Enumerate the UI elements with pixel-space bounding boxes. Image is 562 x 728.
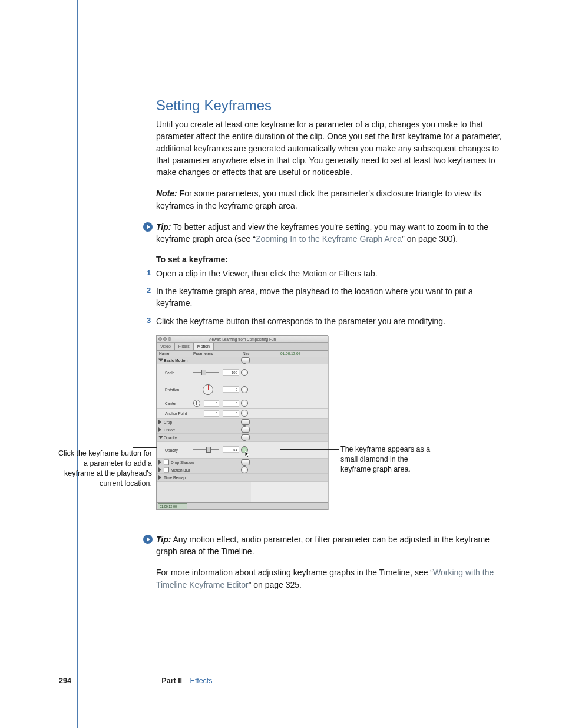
disclosure-triangle-icon[interactable] <box>158 427 161 432</box>
row-distort[interactable]: Distort <box>157 426 328 434</box>
lead-line <box>133 447 157 448</box>
tip-icon <box>143 222 153 232</box>
cursor-arrow-icon <box>245 451 250 458</box>
section-label: Effects <box>190 677 213 685</box>
drop-shadow-checkbox[interactable] <box>164 459 169 465</box>
keyframe-button[interactable] <box>241 400 248 407</box>
part-label: Part II <box>161 677 182 685</box>
row-drop-shadow[interactable]: Drop Shadow <box>157 459 328 466</box>
scale-value[interactable]: 100 <box>223 369 239 375</box>
nav-buttons[interactable] <box>242 427 250 433</box>
keyframe-button[interactable] <box>241 386 248 393</box>
tip-icon <box>143 535 153 544</box>
page: Setting Keyframes Until you create at le… <box>0 0 562 728</box>
tip-label: Tip: <box>156 222 171 232</box>
figure: Viewer: Learning from Compositing Fun Vi… <box>156 335 504 524</box>
keyframe-button[interactable] <box>241 466 248 473</box>
center-y[interactable]: 0 <box>223 400 239 406</box>
procedure-heading: To set a keyframe: <box>156 255 504 264</box>
opacity-value[interactable]: 51 <box>223 446 239 453</box>
viewer-footer: 01:00:12:00 <box>157 502 328 509</box>
row-rotation: Rotation 0 <box>157 381 328 398</box>
page-footer: 294 Part II Effects <box>59 677 213 685</box>
heading: Setting Keyframes <box>156 97 504 114</box>
tip-body-b: ” on page 300). <box>402 234 458 243</box>
rotation-dial[interactable] <box>203 384 213 395</box>
tip-2: Tip: Any motion effect, audio parameter,… <box>156 533 504 558</box>
disclosure-triangle-icon[interactable] <box>158 460 161 465</box>
keyframe-button[interactable] <box>241 369 248 376</box>
tab-filters[interactable]: Filters <box>175 343 194 350</box>
row-crop[interactable]: Crop <box>157 419 328 426</box>
window-title: Viewer: Learning from Compositing Fun <box>209 337 276 341</box>
titlebar[interactable]: Viewer: Learning from Compositing Fun <box>157 336 328 343</box>
disclosure-triangle-icon[interactable] <box>158 420 161 424</box>
col-params: Parameters <box>193 351 213 355</box>
row-basic-motion[interactable]: Basic Motion <box>157 357 328 364</box>
row-opacity: Opacity 51 <box>157 442 328 459</box>
note-paragraph: Note: For some parameters, you must clic… <box>156 187 504 212</box>
content-column: Setting Keyframes Until you create at le… <box>156 97 504 600</box>
anchor-x[interactable]: 0 <box>204 410 219 416</box>
row-time-remap[interactable]: Time Remap <box>157 474 328 482</box>
center-x[interactable]: 0 <box>204 400 219 406</box>
keyframe-button[interactable] <box>241 410 248 417</box>
tip-xref[interactable]: Zooming In to the Keyframe Graph Area <box>256 234 402 243</box>
nav-buttons[interactable] <box>242 459 250 465</box>
window-controls[interactable] <box>158 337 171 341</box>
header-timecode: 01:00:13:08 <box>280 351 300 355</box>
disclosure-triangle-icon[interactable] <box>158 475 161 480</box>
nav-buttons[interactable] <box>242 419 250 425</box>
viewer-body: 1000 432 -432 100 0 <box>157 357 328 503</box>
callout-right: The keyframe appears as a small diamond … <box>340 444 435 475</box>
tip-body: Any motion effect, audio parameter, or f… <box>156 535 490 556</box>
disclosure-triangle-icon[interactable] <box>158 467 161 472</box>
margin-rule <box>77 0 78 728</box>
outro-paragraph: For more information about adjusting key… <box>156 566 504 591</box>
footer-timecode[interactable]: 01:00:12:00 <box>158 503 187 509</box>
lead-line <box>280 449 339 450</box>
row-anchor: Anchor Point 0 0 <box>157 409 328 419</box>
callout-left: Click the keyframe button for a paramete… <box>58 449 152 489</box>
disclosure-triangle-icon[interactable] <box>158 436 163 439</box>
outro-a: For more information about adjusting key… <box>156 568 433 577</box>
disclosure-triangle-icon[interactable] <box>158 358 163 361</box>
row-center: Center 0 0 <box>157 398 328 409</box>
note-body: For some parameters, you must click the … <box>156 189 481 210</box>
outro-b: ” on page 325. <box>249 580 302 589</box>
row-scale: Scale 100 <box>157 364 328 381</box>
step-3: 3Click the keyframe button that correspo… <box>156 315 504 327</box>
nav-buttons[interactable] <box>242 357 250 363</box>
motion-blur-checkbox[interactable] <box>164 467 169 472</box>
step-2: 2In the keyframe graph area, move the pl… <box>156 285 504 309</box>
page-number: 294 <box>59 677 71 685</box>
center-crosshair-icon[interactable] <box>193 400 200 407</box>
steps-list: 1Open a clip in the Viewer, then click t… <box>156 268 504 327</box>
step-1: 1Open a clip in the Viewer, then click t… <box>156 268 504 279</box>
tip-1: Tip: To better adjust and view the keyfr… <box>156 221 504 245</box>
anchor-y[interactable]: 0 <box>223 410 239 416</box>
scale-slider[interactable] <box>193 370 219 375</box>
svg-marker-2 <box>245 451 249 457</box>
col-nav: Nav <box>243 351 250 355</box>
tab-bar: Video Filters Motion <box>157 343 328 351</box>
tip-label: Tip: <box>156 535 171 544</box>
row-opacity-group[interactable]: Opacity <box>157 434 328 442</box>
intro-paragraph: Until you create at least one keyframe f… <box>156 118 504 178</box>
opacity-slider[interactable] <box>193 447 219 452</box>
row-motion-blur[interactable]: Motion Blur <box>157 466 328 474</box>
note-label: Note: <box>156 189 177 198</box>
tab-video[interactable]: Video <box>157 343 175 350</box>
viewer-window: Viewer: Learning from Compositing Fun Vi… <box>156 335 328 510</box>
tab-motion[interactable]: Motion <box>194 343 214 350</box>
col-name: Name <box>159 351 169 355</box>
nav-buttons[interactable] <box>242 434 250 440</box>
rotation-value[interactable]: 0 <box>223 386 239 393</box>
